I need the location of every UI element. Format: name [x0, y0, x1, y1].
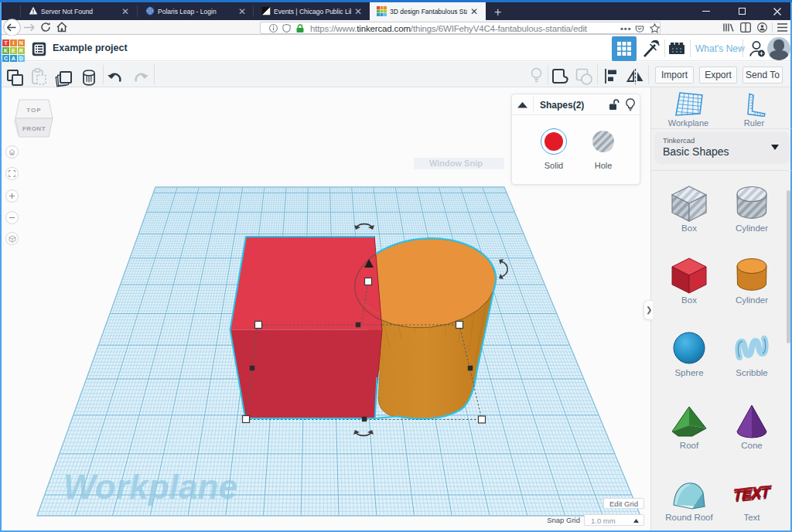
svg-text:Workplane: Workplane: [63, 468, 237, 506]
svg-text:FRONT: FRONT: [22, 125, 46, 132]
svg-text:TEXT: TEXT: [733, 485, 772, 506]
svg-text:TOP: TOP: [26, 107, 41, 114]
